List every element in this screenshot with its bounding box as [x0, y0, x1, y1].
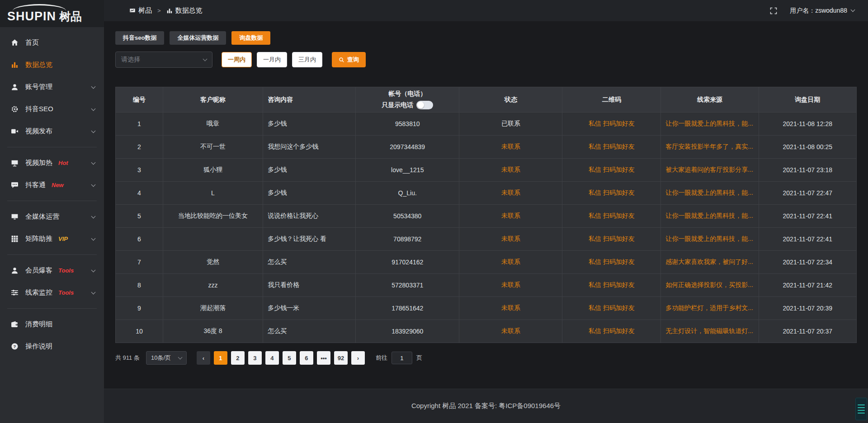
- cell-qrcode-link[interactable]: 私信 扫码加好友: [562, 251, 661, 274]
- cell-id: 10: [116, 320, 163, 343]
- cell-source-link[interactable]: 让你一眼就爱上的黑科技，能...: [661, 205, 759, 228]
- goto-page-input[interactable]: [392, 352, 412, 364]
- page-button-6[interactable]: 6: [300, 351, 313, 365]
- select-placeholder: 请选择: [121, 56, 140, 64]
- cell-content: 多少钱？让我死心 看: [263, 228, 356, 251]
- table-row: 4 L 多少钱 Q_Liu. 未联系 私信 扫码加好友 让你一眼就爱上的黑科技，…: [116, 182, 857, 205]
- page-button-1[interactable]: 1: [214, 351, 227, 365]
- cell-source-link[interactable]: 让你一眼就爱上的黑科技，能...: [661, 113, 759, 136]
- sidebar-item-instructions[interactable]: ? 操作说明: [0, 335, 104, 357]
- cell-qrcode-link[interactable]: 私信 扫码加好友: [562, 113, 661, 136]
- user-icon: [11, 83, 19, 91]
- cell-date: 2021-11-07 22:41: [759, 205, 856, 228]
- cell-qrcode-link[interactable]: 私信 扫码加好友: [562, 297, 661, 320]
- screen-icon: [11, 159, 19, 167]
- logo-cn-text: 树品: [59, 9, 82, 24]
- menu-divider: [7, 147, 97, 147]
- cell-account: Q_Liu.: [356, 182, 459, 205]
- user-menu[interactable]: 用户名：zswodun88: [790, 7, 854, 15]
- tools-badge: Tools: [58, 267, 74, 274]
- cell-source-link[interactable]: 被大家追着问的客厅投影分享...: [661, 159, 759, 182]
- col-header-date: 询盘日期: [759, 87, 856, 113]
- cell-qrcode-link[interactable]: 私信 扫码加好友: [562, 320, 661, 343]
- sidebar-item-omnimedia-operation[interactable]: 全媒体运营: [0, 206, 104, 228]
- cell-qrcode-link[interactable]: 私信 扫码加好友: [562, 159, 661, 182]
- sidebar-item-lead-monitoring[interactable]: 线索监控 Tools: [0, 282, 104, 304]
- tab-douyin-seo-data[interactable]: 抖音seo数据: [115, 31, 164, 45]
- goto-unit-label: 页: [416, 354, 422, 362]
- cell-qrcode-link[interactable]: 私信 扫码加好友: [562, 136, 661, 159]
- cell-qrcode-link[interactable]: 私信 扫码加好友: [562, 182, 661, 205]
- cell-qrcode-link[interactable]: 私信 扫码加好友: [562, 205, 661, 228]
- cell-account: 9583810: [356, 113, 459, 136]
- cell-id: 9: [116, 297, 163, 320]
- user-icon: [11, 267, 19, 274]
- account-select[interactable]: 请选择: [115, 52, 212, 68]
- cell-source-link[interactable]: 让你一眼就爱上的黑科技，能...: [661, 182, 759, 205]
- cell-nickname: 潮起潮落: [163, 297, 263, 320]
- fullscreen-icon[interactable]: [770, 7, 777, 14]
- logo-latin-text: SHUPIN: [7, 9, 56, 24]
- copyright-text: Copyright 树品 2021 备案号: 粤ICP备09019646号: [411, 402, 561, 410]
- tools-badge: Tools: [58, 289, 74, 296]
- page-button-5[interactable]: 5: [283, 351, 296, 365]
- breadcrumb-current[interactable]: 数据总览: [166, 6, 203, 15]
- sidebar-item-account-management[interactable]: 账号管理: [0, 76, 104, 98]
- prev-page-button[interactable]: ‹: [197, 351, 210, 365]
- next-page-button[interactable]: ›: [351, 351, 365, 365]
- cell-content: 多少钱: [263, 182, 356, 205]
- sidebar-item-video-publish[interactable]: 视频发布: [0, 120, 104, 142]
- monitor-mini-icon: [129, 8, 136, 14]
- period-week-button[interactable]: 一周内: [222, 52, 252, 67]
- tab-omnimedia-data[interactable]: 全媒体运营数据: [170, 31, 226, 45]
- cell-content: 怎么买: [263, 320, 356, 343]
- cell-qrcode-link[interactable]: 私信 扫码加好友: [562, 274, 661, 297]
- cell-date: 2021-11-08 00:25: [759, 136, 856, 159]
- breadcrumb-root[interactable]: 树品: [129, 6, 152, 15]
- sliders-icon: [11, 289, 19, 296]
- cell-source-link[interactable]: 客厅安装投影半年多了，真实...: [661, 136, 759, 159]
- sidebar-item-douyin-seo[interactable]: 抖音SEO: [0, 98, 104, 120]
- cell-source-link[interactable]: 多功能护栏灯，适用于乡村文...: [661, 297, 759, 320]
- page-button-2[interactable]: 2: [231, 351, 245, 365]
- cell-status: 未联系: [459, 228, 562, 251]
- page-button-92[interactable]: 92: [334, 351, 348, 365]
- app-layout: SHUPIN 树品 首页 数据总览 账号管理 抖音SEO: [0, 0, 868, 423]
- cell-qrcode-link[interactable]: 私信 扫码加好友: [562, 228, 661, 251]
- col-header-qrcode: 二维码: [562, 87, 661, 113]
- vip-badge: VIP: [58, 235, 68, 242]
- chevron-down-icon: [91, 236, 96, 240]
- grid-icon: [11, 235, 19, 243]
- page-button-3[interactable]: 3: [248, 351, 262, 365]
- bar-chart-icon: [11, 61, 19, 69]
- chevron-down-icon: [203, 56, 208, 61]
- page-size-select[interactable]: 10条/页: [146, 351, 187, 365]
- sidebar-item-home[interactable]: 首页: [0, 32, 104, 54]
- cell-source-link[interactable]: 让你一眼就爱上的黑科技，能...: [661, 228, 759, 251]
- chevron-down-icon: [91, 214, 96, 218]
- content-area: 抖音seo数据 全媒体运营数据 询盘数据 请选择 一周内 一月内 三月内 查询: [104, 21, 868, 389]
- period-quarter-button[interactable]: 三月内: [292, 52, 322, 67]
- page-more-button[interactable]: •••: [317, 351, 330, 365]
- tab-inquiry-data[interactable]: 询盘数据: [231, 31, 270, 45]
- page-button-4[interactable]: 4: [265, 351, 279, 365]
- sidebar-item-label: 视频加热: [25, 159, 52, 167]
- sidebar-item-douketong[interactable]: 抖客通 New: [0, 174, 104, 196]
- cell-nickname: 36度 8: [163, 320, 263, 343]
- sidebar-item-member-baoke[interactable]: 会员爆客 Tools: [0, 259, 104, 282]
- search-button[interactable]: 查询: [332, 52, 366, 67]
- floating-widget[interactable]: [855, 398, 867, 420]
- cell-content: 说说价格让我死心: [263, 205, 356, 228]
- sidebar-item-video-heating[interactable]: 视频加热 Hot: [0, 152, 104, 174]
- cell-date: 2021-11-07 21:42: [759, 274, 856, 297]
- cell-source-link[interactable]: 无主灯设计，智能磁吸轨道灯...: [661, 320, 759, 343]
- cell-source-link[interactable]: 感谢大家喜欢我家，被问了好...: [661, 251, 759, 274]
- sidebar-item-matrix-boost[interactable]: 矩阵助推 VIP: [0, 228, 104, 250]
- cell-source-link[interactable]: 如何正确选择投影仪，买投影...: [661, 274, 759, 297]
- sidebar-item-label: 首页: [25, 38, 39, 47]
- table-row: 5 当地比较能吃的一位美女 说说价格让我死心 50534380 未联系 私信 扫…: [116, 205, 857, 228]
- phone-only-toggle[interactable]: [416, 101, 433, 109]
- sidebar-item-data-overview[interactable]: 数据总览: [0, 54, 104, 76]
- sidebar-item-consumption-details[interactable]: 消费明细: [0, 313, 104, 335]
- period-month-button[interactable]: 一月内: [257, 52, 287, 67]
